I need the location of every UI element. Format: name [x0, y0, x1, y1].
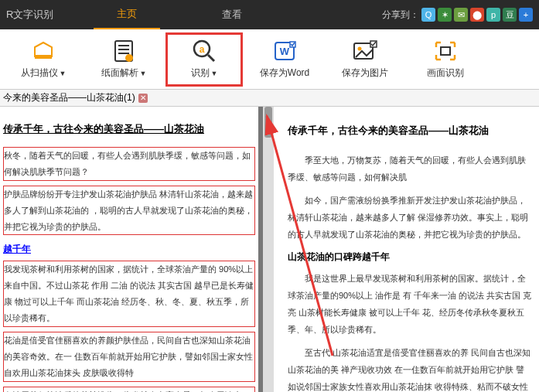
para: 女性用茶籽榨油后的茶枯洗头，头发就会乌亮次柔。如今无论中外，从名媛到明星 ，依然… — [3, 387, 255, 392]
image-icon — [353, 39, 377, 63]
share-more-icon[interactable]: + — [519, 8, 533, 22]
share-label: 分享到： — [382, 9, 419, 22]
recognize-button[interactable]: a 识别▼ — [165, 32, 243, 87]
left-title: 传承千年，古往今来的美容圣品——山茶花油 — [3, 122, 258, 136]
para: 护肤品牌纷纷开专注护发山茶花油护肤品 林清轩山茶花油，越来越多人了解到山茶花油的… — [3, 186, 255, 236]
layout-button[interactable]: 纸面解析▼ — [85, 32, 162, 87]
para: 秋冬，随着天气的回暖，有些人会遇到肌肤季缓，敏感等问题，如何解决肌肤季节问题？ — [3, 147, 255, 181]
share-wechat-icon[interactable]: ✶ — [438, 8, 452, 22]
svg-rect-15 — [441, 47, 450, 55]
para: 至古代 山茶花油适宜是倍受官佳丽喜欢的养 民间自古也深知山茶花油的美 禅产现收功… — [288, 344, 533, 392]
para: 季至大地，万物复苏，随着天气的回暖，有些人会遇到肌肤季缓、敏感等问题，如何解决肌 — [288, 152, 533, 186]
chevron-down-icon: ▼ — [140, 70, 147, 77]
right-pane: 传承千年，古往今来的美容圣品——山茶花油 季至大地，万物复苏，随着天气的回暖，有… — [274, 107, 539, 392]
close-tab-icon[interactable]: ✕ — [138, 94, 148, 103]
svg-point-13 — [358, 47, 362, 51]
scanner-icon — [31, 39, 56, 63]
scrollbar-left[interactable] — [263, 107, 274, 392]
sub-heading: 山茶花油的口碑跨越千年 — [288, 251, 533, 264]
scan-button[interactable]: 从扫描仪▼ — [5, 32, 82, 87]
svg-line-7 — [208, 55, 214, 61]
chevron-down-icon: ▼ — [211, 70, 218, 77]
left-pane: 传承千年，古往今来的美容圣品——山茶花油 秋冬，随着天气的回暖，有些人会遇到肌肤… — [0, 107, 263, 392]
svg-rect-0 — [35, 55, 52, 59]
svg-text:a: a — [200, 44, 205, 55]
screen-rec-icon — [433, 39, 458, 63]
right-title: 传承千年，古往今来的美容圣品——山茶花油 — [288, 124, 533, 138]
svg-text:W: W — [280, 46, 290, 57]
app-name: R文字识别 — [0, 8, 63, 22]
tab-view[interactable]: 查看 — [206, 0, 258, 29]
share-weibo-icon[interactable]: ⬤ — [470, 8, 484, 22]
share-douban-icon[interactable]: 豆 — [503, 8, 517, 22]
para: 我发现茶树和利用茶树的国家，据统计，全球茶油产量的 90%以上来自中国。不过山茶… — [3, 261, 255, 327]
chevron-down-icon: ▼ — [60, 70, 67, 77]
para: 如今，国产需液纷纷换季推新开发注护发山茶花油护肤品，林清轩山茶花油，越来越多人了… — [288, 192, 533, 243]
share-qq-icon[interactable]: Q — [421, 8, 435, 22]
svg-point-5 — [125, 54, 133, 62]
para: 我是这世界上最早发现茶树和利用茶树的国家。据统计，全球茶油产量的90%以上 油作… — [288, 270, 533, 338]
tab-main[interactable]: 主页 — [94, 0, 160, 29]
save-word-button[interactable]: W 保存为Word — [246, 32, 323, 87]
share-wechat2-icon[interactable]: ✉ — [454, 8, 468, 22]
word-icon: W — [272, 39, 297, 63]
save-image-button[interactable]: 保存为图片 — [326, 32, 404, 87]
sub-heading: 越千年 — [3, 243, 255, 256]
share-p-icon[interactable]: p — [486, 8, 500, 22]
screen-recognize-button[interactable]: 画面识别 — [407, 32, 484, 87]
para: 花油是倍受官佳丽喜欢的养颜护肤佳品，民间自古也深知山茶花油的美容奇效。在一 住数… — [3, 332, 255, 382]
layout-icon — [111, 39, 136, 63]
document-tab[interactable]: 今来的美容圣品——山茶花油(1) ✕ — [3, 91, 148, 104]
magnify-a-icon: a — [192, 39, 217, 63]
